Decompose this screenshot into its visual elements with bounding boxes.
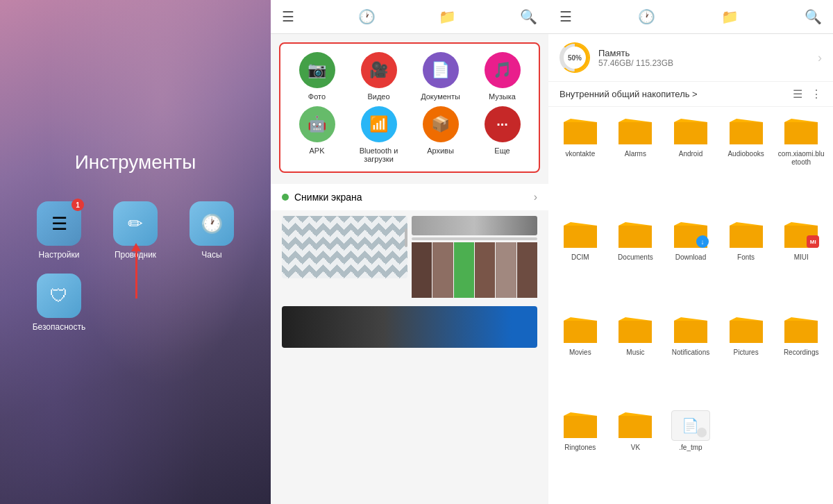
folder-ringtones-label: Ringtones <box>564 444 596 452</box>
folder-audiobooks[interactable]: Audiobooks <box>720 112 773 213</box>
photo-collage <box>412 242 537 298</box>
history-icon[interactable]: 🕐 <box>358 8 376 25</box>
apk-label: APK <box>309 146 324 155</box>
screenshots-grid <box>271 210 548 303</box>
folder-vkontakte[interactable]: vkontakte <box>554 112 607 213</box>
folder-xiaomi[interactable]: com.xiaomi.bluetooth <box>775 112 827 213</box>
folder-icon[interactable]: 📁 <box>439 8 456 25</box>
search-icon[interactable]: 🔍 <box>520 8 537 25</box>
folder-pictures[interactable]: Pictures <box>720 311 773 403</box>
storage-title: Память <box>598 48 809 58</box>
app-item-clock[interactable]: 🕐 Часы <box>180 201 243 260</box>
apk-icon: 🤖 <box>299 106 335 142</box>
folder-documents-label: Documents <box>618 253 653 262</box>
more-options-icon[interactable]: ⋮ <box>811 87 822 101</box>
folder-xiaomi-icon <box>782 117 821 147</box>
bluetooth-label: Bluetooth и загрузки <box>351 146 407 163</box>
clock-label: Часы <box>201 250 221 260</box>
folder-dcim-label: DCIM <box>571 253 589 262</box>
security-app-icon[interactable]: 🛡 <box>37 274 81 318</box>
video-label: Видео <box>367 92 389 101</box>
archives-icon: 📦 <box>423 106 459 142</box>
folder-fonts-icon <box>727 220 766 251</box>
music-icon: 🎵 <box>485 52 521 88</box>
breadcrumb-icons: ☰ ⋮ <box>793 87 822 101</box>
folder-android-label: Android <box>679 150 702 158</box>
folder-audiobooks-label: Audiobooks <box>727 150 764 158</box>
folder-alarms[interactable]: Alarms <box>609 112 662 213</box>
right-history-icon[interactable]: 🕐 <box>638 8 655 25</box>
folder-documents[interactable]: Documents <box>609 216 662 308</box>
folder-vkontakte-icon <box>561 117 600 147</box>
section-dot <box>282 194 289 201</box>
folder-ringtones[interactable]: Ringtones <box>554 406 607 498</box>
section-arrow-icon[interactable]: › <box>534 191 537 203</box>
video-icon: 🎥 <box>361 52 397 88</box>
category-video[interactable]: 🎥 Видео <box>351 52 407 101</box>
folder-download[interactable]: ↓ Download <box>664 216 717 308</box>
settings-app-icon[interactable]: ☰ 1 <box>37 201 81 246</box>
folder-ringtones-icon <box>561 410 600 441</box>
folder-miui[interactable]: MI MIUI <box>775 216 827 308</box>
storage-info: Память 57.46GB/ 115.23GB <box>598 48 809 68</box>
file-fe-tmp[interactable]: 📄 .fe_tmp <box>664 406 717 498</box>
folder-audiobooks-icon <box>727 117 766 147</box>
category-music[interactable]: 🎵 Музыка <box>474 52 530 101</box>
docs-icon: 📄 <box>423 52 459 88</box>
category-photo[interactable]: 📷 Фото <box>289 52 345 101</box>
right-search-icon[interactable]: 🔍 <box>805 8 822 25</box>
miui-badge: MI <box>807 235 819 248</box>
screenshot-thumb-3[interactable] <box>282 306 537 348</box>
app-item-security[interactable]: 🛡 Безопасность <box>28 274 90 332</box>
more-label: Еще <box>494 146 510 155</box>
folder-vkontakte-label: vkontakte <box>565 150 595 158</box>
folder-music[interactable]: Music <box>609 311 662 403</box>
category-more[interactable]: ··· Еще <box>474 106 530 163</box>
screenshots-label: Снимки экрана <box>294 192 362 203</box>
folder-pictures-label: Pictures <box>734 348 759 357</box>
docs-label: Документы <box>421 92 460 101</box>
category-archives[interactable]: 📦 Архивы <box>412 106 469 163</box>
folder-xiaomi-label: com.xiaomi.bluetooth <box>776 150 826 167</box>
category-apk[interactable]: 🤖 APK <box>289 106 345 163</box>
right-menu-icon[interactable]: ☰ <box>559 8 572 25</box>
category-docs[interactable]: 📄 Документы <box>412 52 469 101</box>
app-item-settings[interactable]: ☰ 1 Настройки <box>28 201 90 260</box>
archives-label: Архивы <box>427 146 454 155</box>
folder-notifications[interactable]: Notifications <box>664 311 717 403</box>
folder-movies[interactable]: Movies <box>554 311 607 403</box>
folder-recordings[interactable]: Recordings <box>775 311 827 403</box>
folder-dcim[interactable]: DCIM <box>554 216 607 308</box>
photo-icon: 📷 <box>299 52 335 88</box>
folder-movies-icon <box>561 315 600 346</box>
breadcrumb-text: Внутренний общий накопитель > <box>559 89 698 99</box>
folder-grid: vkontakte Alarms Android Audiobooks com.… <box>548 107 833 504</box>
download-badge: ↓ <box>696 235 709 248</box>
folder-music-icon <box>616 315 655 346</box>
screenshot-thumb-2[interactable] <box>412 216 537 298</box>
file-fe-tmp-label: .fe_tmp <box>679 444 702 452</box>
folder-vk-label: VK <box>631 444 640 452</box>
folder-fonts[interactable]: Fonts <box>720 216 773 308</box>
menu-icon[interactable]: ☰ <box>282 8 294 25</box>
storage-arrow-icon[interactable]: › <box>818 51 822 65</box>
list-view-icon[interactable]: ☰ <box>793 87 802 101</box>
middle-header: ☰ 🕐 📁 🔍 <box>271 0 548 34</box>
folder-dcim-icon <box>561 220 600 251</box>
folder-recordings-label: Recordings <box>784 348 819 357</box>
file-manager-panel: ☰ 🕐 📁 🔍 📷 Фото 🎥 Видео 📄 Документы 🎵 Муз… <box>271 0 548 504</box>
folder-vk[interactable]: VK <box>609 406 662 498</box>
folder-android[interactable]: Android <box>664 112 717 213</box>
folder-download-label: Download <box>675 253 706 262</box>
screenshots-section: Снимки экрана › <box>271 184 548 210</box>
photo-label: Фото <box>308 92 326 101</box>
file-fe-tmp-icon: 📄 <box>671 410 710 441</box>
explorer-app-icon[interactable]: ✏ <box>113 201 158 246</box>
folder-notifications-icon <box>671 315 710 346</box>
screenshot-thumb-1[interactable] <box>282 216 407 278</box>
clock-app-icon[interactable]: 🕐 <box>190 201 234 246</box>
right-folder-icon[interactable]: 📁 <box>721 8 739 25</box>
category-bluetooth[interactable]: 📶 Bluetooth и загрузки <box>351 106 407 163</box>
folder-download-icon: ↓ <box>671 220 710 251</box>
folder-notifications-label: Notifications <box>672 348 709 357</box>
